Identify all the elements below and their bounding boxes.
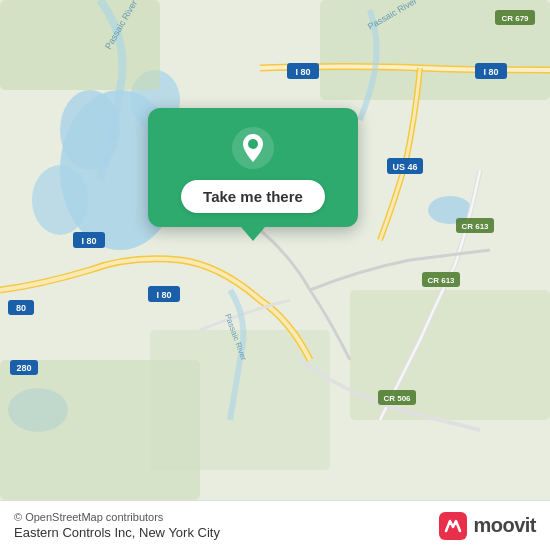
svg-text:280: 280 bbox=[16, 363, 31, 373]
svg-text:CR 506: CR 506 bbox=[383, 394, 411, 403]
svg-text:I 80: I 80 bbox=[156, 290, 171, 300]
bottom-bar: © OpenStreetMap contributors Eastern Con… bbox=[0, 500, 550, 550]
moovit-icon bbox=[439, 512, 467, 540]
osm-attribution: © OpenStreetMap contributors bbox=[14, 511, 220, 523]
map-container: I 80 I 80 US 46 CR 679 I 80 I 80 CR 613 … bbox=[0, 0, 550, 500]
location-pin-icon bbox=[231, 126, 275, 170]
svg-text:CR 613: CR 613 bbox=[427, 276, 455, 285]
svg-text:I 80: I 80 bbox=[81, 236, 96, 246]
svg-text:I 80: I 80 bbox=[295, 67, 310, 77]
svg-text:CR 613: CR 613 bbox=[461, 222, 489, 231]
popup-card: Take me there bbox=[148, 108, 358, 227]
svg-text:CR 679: CR 679 bbox=[501, 14, 529, 23]
svg-point-38 bbox=[248, 139, 258, 149]
moovit-logo: moovit bbox=[439, 512, 536, 540]
svg-text:US 46: US 46 bbox=[392, 162, 417, 172]
map-background: I 80 I 80 US 46 CR 679 I 80 I 80 CR 613 … bbox=[0, 0, 550, 500]
svg-text:I 80: I 80 bbox=[483, 67, 498, 77]
take-me-there-button[interactable]: Take me there bbox=[181, 180, 325, 213]
svg-rect-7 bbox=[0, 0, 160, 90]
svg-point-4 bbox=[32, 165, 88, 235]
moovit-label: moovit bbox=[473, 514, 536, 537]
svg-text:80: 80 bbox=[16, 303, 26, 313]
location-label: Eastern Controls Inc, New York City bbox=[14, 525, 220, 540]
